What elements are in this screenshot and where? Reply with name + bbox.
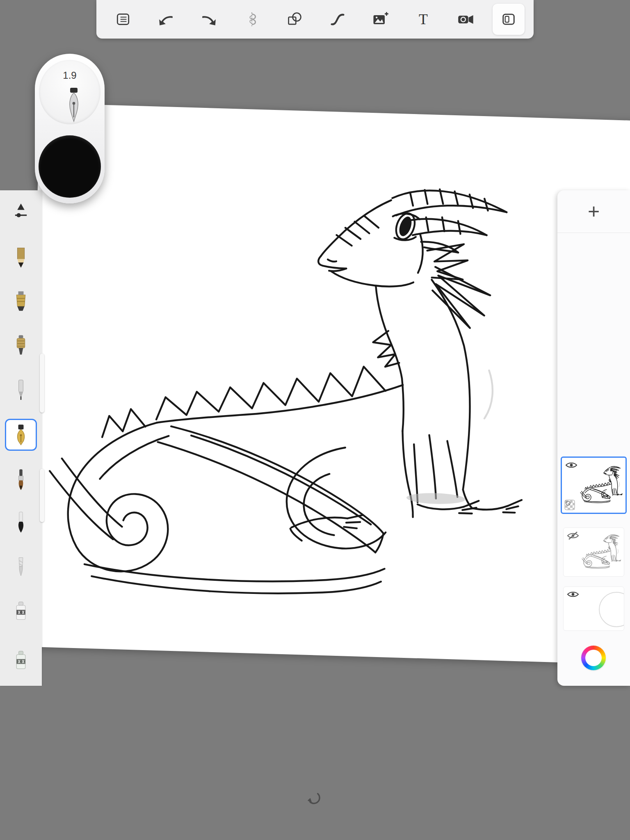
- timelapse-camera-glyph: [457, 11, 475, 28]
- tool-brush-settings[interactable]: [6, 197, 36, 226]
- symmetry-glyph: [244, 10, 260, 28]
- tool-fountain-pen[interactable]: [5, 419, 37, 451]
- layer-thumbnail-sketch: [581, 532, 622, 573]
- layers-header: +: [557, 190, 630, 233]
- layer-thumbnail-circle: [599, 592, 624, 627]
- canvas-view-glyph: [500, 11, 518, 28]
- stroke-curve-icon[interactable]: [326, 7, 349, 31]
- layer-visible-eye-icon[interactable]: [565, 461, 578, 470]
- tool-soft-eraser[interactable]: [6, 645, 36, 675]
- layer-thumbnail-lineart: [580, 463, 624, 507]
- import-image-glyph: [371, 11, 389, 28]
- pencil-icon: [13, 246, 29, 269]
- symmetry-icon[interactable]: [240, 7, 264, 31]
- tool-pencil[interactable]: [6, 242, 36, 272]
- tool-chisel-marker[interactable]: [6, 286, 36, 316]
- layer-visible-eye-icon[interactable]: [567, 590, 579, 599]
- undo-glyph: [157, 11, 175, 27]
- sidebar-scroll-handle-bottom[interactable]: [40, 469, 44, 522]
- top-toolbar: T: [96, 0, 534, 39]
- timelapse-camera-icon[interactable]: [454, 7, 478, 31]
- menu-list-glyph: [115, 11, 131, 27]
- redo-icon[interactable]: [197, 7, 221, 31]
- dragon-artwork: [24, 103, 557, 662]
- layer-item-lineart[interactable]: [561, 457, 627, 514]
- refresh-glyph: [306, 790, 324, 808]
- hard-eraser-icon: [13, 599, 29, 622]
- brush-size-value: 1.9: [39, 70, 100, 81]
- airbrush-icon: [13, 334, 29, 357]
- tool-airbrush[interactable]: [6, 331, 36, 360]
- sidebar-scroll-handle-top[interactable]: [40, 354, 44, 413]
- tool-ink-brush[interactable]: [6, 507, 36, 537]
- brush-puck[interactable]: 1.9: [35, 54, 105, 203]
- layer-hidden-eye-icon[interactable]: [567, 531, 579, 541]
- drawing-canvas[interactable]: [24, 103, 630, 664]
- text-tool-icon[interactable]: T: [411, 7, 435, 31]
- fountain-pen-nib-icon: [66, 87, 82, 126]
- color-puck[interactable]: [39, 135, 101, 198]
- text-tool-letter: T: [419, 11, 428, 27]
- layer-alpha-badge-icon: [564, 500, 575, 510]
- layers-panel: +: [557, 190, 630, 686]
- tool-hard-eraser[interactable]: [6, 596, 36, 625]
- tool-paint-brush[interactable]: [6, 465, 36, 494]
- layer-item-sketch[interactable]: [563, 527, 624, 577]
- ink-brush-icon: [13, 511, 29, 534]
- canvas-view-icon[interactable]: [493, 4, 525, 35]
- layer-item-background[interactable]: [563, 587, 624, 631]
- tool-sidebar: [0, 190, 42, 686]
- add-layer-button[interactable]: +: [588, 201, 600, 221]
- soft-eraser-icon: [13, 648, 29, 671]
- brush-preview-disc: 1.9: [39, 60, 100, 124]
- tool-blend-stump[interactable]: [6, 551, 36, 581]
- color-wheel[interactable]: [581, 646, 606, 670]
- blend-stump-icon: [13, 555, 29, 578]
- technical-pen-icon: [13, 378, 29, 401]
- fountain-pen-icon: [13, 423, 29, 446]
- text-tool-glyph: T: [415, 10, 431, 28]
- sync-icon[interactable]: [306, 790, 324, 808]
- shapes-icon[interactable]: [283, 7, 306, 31]
- tool-technical-pen[interactable]: [6, 374, 36, 404]
- shapes-glyph: [286, 11, 303, 28]
- menu-list-icon[interactable]: [111, 7, 135, 31]
- app-window: T 1.9: [0, 0, 630, 840]
- brush-settings-icon: [12, 202, 30, 221]
- stroke-curve-glyph: [329, 11, 346, 28]
- undo-icon[interactable]: [154, 7, 178, 31]
- chisel-marker-icon: [13, 290, 29, 313]
- import-image-icon[interactable]: [368, 7, 392, 31]
- paint-brush-icon: [13, 468, 29, 491]
- redo-glyph: [200, 11, 218, 27]
